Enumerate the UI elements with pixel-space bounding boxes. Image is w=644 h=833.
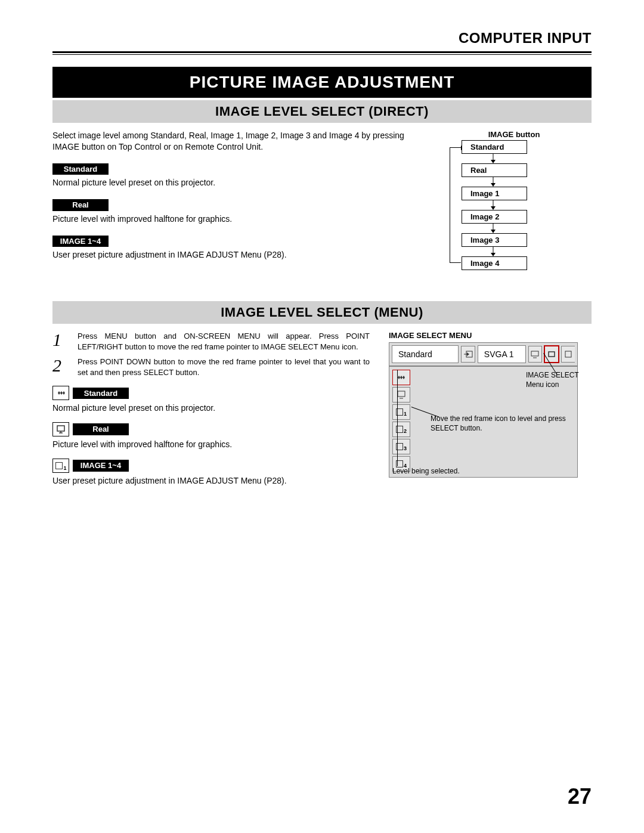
annot-move: Move the red frame icon to level and pre… bbox=[431, 414, 568, 433]
menu-field-res: SVGA 1 bbox=[478, 345, 526, 363]
label-standard: Standard bbox=[52, 163, 109, 175]
flow-diagram: Standard Real Image 1 Image 2 Image 3 Im… bbox=[448, 140, 568, 270]
svg-marker-24 bbox=[402, 376, 405, 379]
menu-heading: IMAGE LEVEL SELECT (MENU) bbox=[52, 301, 592, 324]
desc-image14: User preset picture adjustment in IMAGE … bbox=[52, 249, 425, 261]
svg-marker-10 bbox=[58, 391, 60, 395]
side-icon-img2: 2 bbox=[392, 422, 410, 437]
svg-rect-25 bbox=[398, 391, 405, 397]
side-icon-img1: 1 bbox=[392, 404, 410, 420]
svg-marker-17 bbox=[467, 352, 469, 356]
svg-marker-11 bbox=[60, 391, 63, 395]
flow-box: Image 4 bbox=[462, 256, 527, 270]
title-banner: PICTURE IMAGE ADJUSTMENT bbox=[52, 67, 592, 98]
label-image14-m: IMAGE 1~4 bbox=[73, 460, 129, 472]
side-icon-standard bbox=[392, 370, 410, 385]
svg-marker-23 bbox=[400, 376, 402, 379]
desc-standard-m: Normal picture level preset on this proj… bbox=[52, 402, 377, 414]
annot-level: Level being selected. bbox=[392, 467, 460, 476]
next-icon bbox=[561, 346, 575, 363]
svg-marker-12 bbox=[63, 391, 65, 395]
side-icon-img3: 3 bbox=[392, 439, 410, 454]
header-rule bbox=[52, 51, 592, 55]
svg-rect-20 bbox=[549, 352, 555, 357]
label-image14: IMAGE 1~4 bbox=[52, 236, 109, 247]
svg-marker-22 bbox=[398, 376, 400, 379]
direct-intro: Select image level among Standard, Real,… bbox=[52, 130, 425, 153]
section-header: COMPUTER INPUT bbox=[52, 30, 592, 51]
flow-box: Standard bbox=[462, 140, 527, 154]
label-real: Real bbox=[52, 199, 109, 211]
svg-rect-18 bbox=[531, 351, 538, 356]
pc-icon bbox=[528, 346, 543, 363]
step-number: 2 bbox=[52, 357, 68, 377]
annot-icon: IMAGE SELECT Menu icon bbox=[526, 371, 592, 389]
page-number: 27 bbox=[568, 784, 592, 809]
square1-icon: 1 bbox=[52, 459, 69, 473]
monitor-icon bbox=[52, 422, 69, 436]
flow-box: Real bbox=[462, 163, 527, 177]
flow-title: IMAGE button bbox=[436, 130, 592, 139]
desc-image14-m: User preset picture adjustment in IMAGE … bbox=[52, 475, 377, 487]
desc-real-m: Picture level with improved halftone for… bbox=[52, 439, 377, 450]
desc-real: Picture level with improved halftone for… bbox=[52, 213, 425, 225]
svg-rect-21 bbox=[565, 351, 571, 357]
flow-box: Image 2 bbox=[462, 210, 527, 224]
direct-heading: IMAGE LEVEL SELECT (DIRECT) bbox=[52, 100, 592, 123]
flow-box: Image 3 bbox=[462, 233, 527, 247]
label-standard-m: Standard bbox=[73, 388, 129, 400]
menu-field-mode: Standard bbox=[392, 345, 459, 363]
step-text: Press POINT DOWN button to move the red … bbox=[78, 357, 370, 377]
ui-title: IMAGE SELECT MENU bbox=[389, 331, 592, 340]
flow-box: Image 1 bbox=[462, 187, 527, 200]
label-real-m: Real bbox=[73, 423, 129, 435]
step-number: 1 bbox=[52, 331, 68, 352]
desc-standard: Normal picture level preset on this proj… bbox=[52, 177, 425, 188]
side-icon-real bbox=[392, 387, 410, 402]
step-text: Press MENU button and ON-SCREEN MENU wil… bbox=[78, 331, 370, 352]
diamond-icon bbox=[52, 386, 69, 400]
svg-rect-13 bbox=[57, 426, 64, 431]
input-icon bbox=[461, 346, 475, 363]
image-select-icon bbox=[544, 346, 559, 363]
